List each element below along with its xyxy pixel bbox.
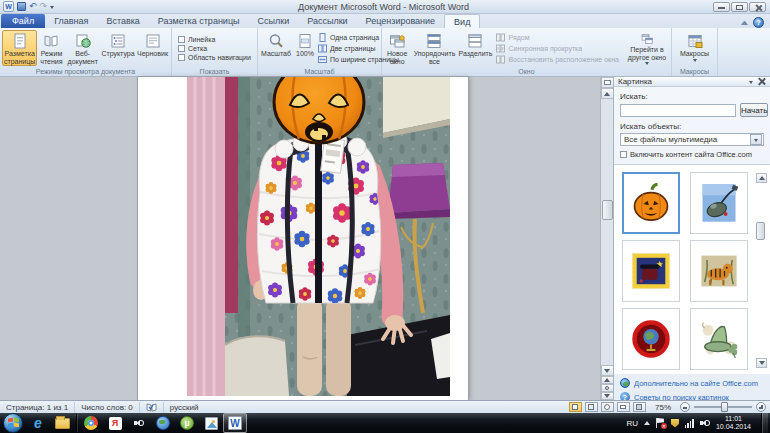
previous-page-button[interactable] (601, 376, 614, 384)
select-browse-object-button[interactable] (601, 384, 614, 392)
computer-mouse-icon (697, 180, 741, 226)
taskbar-yandex[interactable]: Я (103, 413, 127, 433)
minimize-ribbon-icon[interactable] (741, 21, 748, 25)
ruler-checkbox[interactable]: Линейка (178, 36, 251, 43)
undo-icon[interactable]: ↶ (29, 2, 37, 11)
scrollbar-thumb[interactable] (602, 200, 613, 220)
office-com-link[interactable]: Дополнительно на сайте Office.com (620, 378, 764, 388)
taskbar-picture-viewer[interactable] (199, 413, 223, 433)
checkbox-icon[interactable] (178, 54, 185, 61)
action-center-icon[interactable]: ✕ (656, 418, 665, 428)
restore-button[interactable] (731, 2, 748, 12)
zoom-out-button[interactable] (680, 402, 690, 412)
taskbar-internet-explorer[interactable]: e (26, 413, 50, 433)
pane-close-icon[interactable] (757, 77, 766, 86)
taskbar-volume-app[interactable] (127, 413, 151, 433)
clipart-pumpkin[interactable] (622, 172, 680, 234)
zoom-slider-thumb[interactable] (721, 402, 728, 412)
security-shield-icon[interactable] (671, 419, 679, 428)
zoom-button[interactable]: Масштаб (260, 30, 292, 66)
language-indicator[interactable]: русский (164, 402, 205, 413)
taskbar-chrome[interactable] (79, 413, 103, 433)
zoom-percentage[interactable]: 75% (655, 403, 671, 412)
outline-view-button[interactable]: Структура (101, 30, 135, 66)
show-desktop-button[interactable] (761, 413, 768, 433)
tab-view[interactable]: Вид (444, 14, 480, 28)
tab-home[interactable]: Главная (45, 14, 97, 28)
scroll-down-button[interactable] (601, 365, 614, 376)
navigation-pane-checkbox[interactable]: Область навигации (178, 54, 251, 61)
tab-mailings[interactable]: Рассылки (298, 14, 356, 28)
media-type-dropdown[interactable]: Все файлы мультимедиа (620, 133, 764, 146)
pane-menu-icon[interactable] (749, 81, 753, 84)
zoom-in-button[interactable] (756, 402, 766, 412)
taskbar-browser-globe[interactable] (151, 413, 175, 433)
minimize-button[interactable] (713, 2, 730, 12)
zoom-100-button[interactable]: 100% (294, 30, 316, 66)
scroll-up-button[interactable] (601, 88, 614, 99)
tab-review[interactable]: Рецензирование (357, 14, 445, 28)
checkbox-icon[interactable] (178, 36, 185, 43)
checkbox-icon[interactable] (620, 151, 627, 158)
taskbar-explorer[interactable] (50, 413, 74, 433)
close-button[interactable] (749, 2, 766, 12)
tab-page-layout[interactable]: Разметка страницы (149, 14, 249, 28)
hidden-icons-arrow[interactable] (644, 421, 650, 425)
language-switcher[interactable]: RU (626, 419, 638, 428)
network-icon[interactable] (685, 419, 694, 428)
switch-windows-button[interactable]: Перейти в другое окно (625, 30, 669, 66)
results-scroll-down[interactable] (756, 358, 767, 368)
results-scroll-up[interactable] (756, 173, 767, 183)
taskbar-utorrent[interactable]: µ (175, 413, 199, 433)
document-scrollbar[interactable] (600, 77, 613, 400)
taskbar-word-active[interactable]: W (223, 413, 247, 433)
ruler-toggle-button[interactable] (601, 77, 614, 88)
page-indicator[interactable]: Страница: 1 из 1 (0, 402, 75, 413)
view-web-button[interactable] (601, 402, 614, 412)
go-button[interactable]: Начать (740, 103, 768, 117)
clipart-tiger[interactable] (690, 240, 748, 302)
word-app-icon[interactable]: W (3, 1, 14, 12)
view-draft-button[interactable] (633, 402, 646, 412)
window-title: Документ Microsoft Word - Microsoft Word (54, 2, 713, 12)
clipart-witch-hat[interactable] (690, 308, 748, 370)
spellcheck-indicator[interactable] (140, 402, 164, 413)
tab-file[interactable]: Файл (1, 14, 45, 28)
checkbox-icon[interactable] (178, 45, 185, 52)
results-scrollbar[interactable] (756, 173, 767, 368)
save-icon[interactable] (17, 2, 26, 11)
help-icon[interactable]: ? (753, 17, 764, 28)
macros-button[interactable]: Макросы (675, 30, 715, 66)
document-page[interactable] (138, 77, 468, 400)
arrange-all-button[interactable]: Упорядочить все (412, 30, 456, 66)
tab-references[interactable]: Ссылки (249, 14, 299, 28)
view-fullscreen-button[interactable] (585, 402, 598, 412)
results-scroll-track[interactable] (755, 183, 768, 358)
results-scroll-thumb[interactable] (756, 222, 765, 240)
view-outline-button[interactable] (617, 402, 630, 412)
next-page-button[interactable] (601, 392, 614, 400)
document-photo[interactable] (187, 77, 450, 396)
view-print-layout-button[interactable] (569, 402, 582, 412)
start-button[interactable] (3, 413, 23, 433)
include-office-checkbox[interactable]: Включить контент сайта Office.com (620, 150, 764, 159)
zoom-slider[interactable] (694, 406, 752, 408)
tab-insert[interactable]: Вставка (97, 14, 148, 28)
web-layout-button[interactable]: Веб-документ (66, 30, 100, 66)
reading-mode-button[interactable]: Режим чтения (38, 30, 64, 66)
clock[interactable]: 11:01 10.04.2014 (716, 415, 751, 431)
word-count[interactable]: Число слов: 0 (75, 402, 140, 413)
split-button[interactable]: Разделить (458, 30, 492, 66)
dropdown-button[interactable] (750, 134, 762, 145)
gridlines-checkbox[interactable]: Сетка (178, 45, 251, 52)
clipart-globe-no-sign[interactable] (622, 308, 680, 370)
side-by-side-icon (496, 33, 505, 42)
print-layout-button[interactable]: Разметка страницы (2, 30, 37, 66)
draft-view-button[interactable]: Черновик (136, 30, 169, 66)
clipart-telephone-stamp[interactable] (622, 240, 680, 302)
scrollbar-track[interactable] (601, 99, 614, 365)
volume-icon[interactable] (700, 418, 710, 428)
search-input[interactable] (620, 104, 736, 117)
new-window-button[interactable]: Новое окно (384, 30, 410, 66)
clipart-computer-mouse[interactable] (690, 172, 748, 234)
